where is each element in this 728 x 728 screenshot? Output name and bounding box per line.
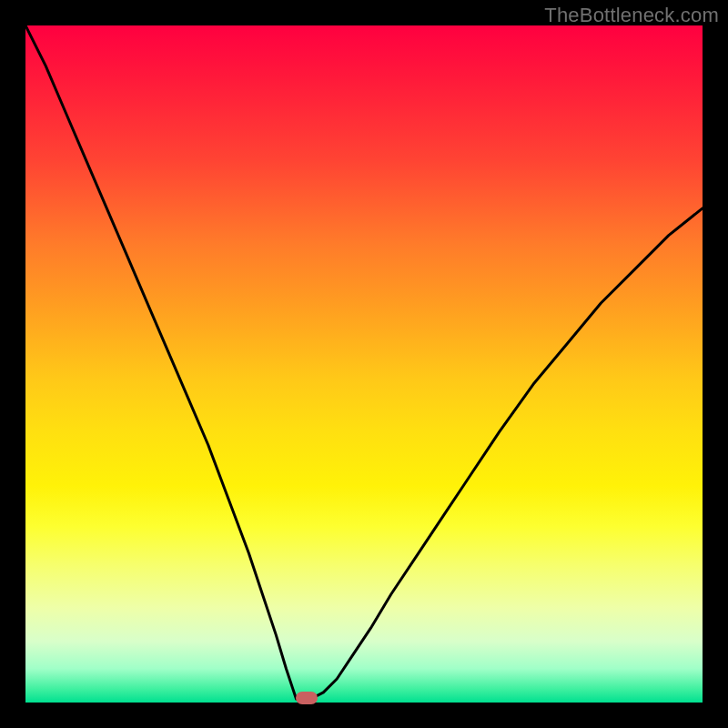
bottleneck-curve xyxy=(25,25,703,699)
optimum-marker xyxy=(296,692,318,704)
chart-frame: TheBottleneck.com xyxy=(0,0,728,728)
curve-svg xyxy=(25,25,703,703)
plot-area xyxy=(25,25,703,703)
watermark-text: TheBottleneck.com xyxy=(544,4,719,27)
